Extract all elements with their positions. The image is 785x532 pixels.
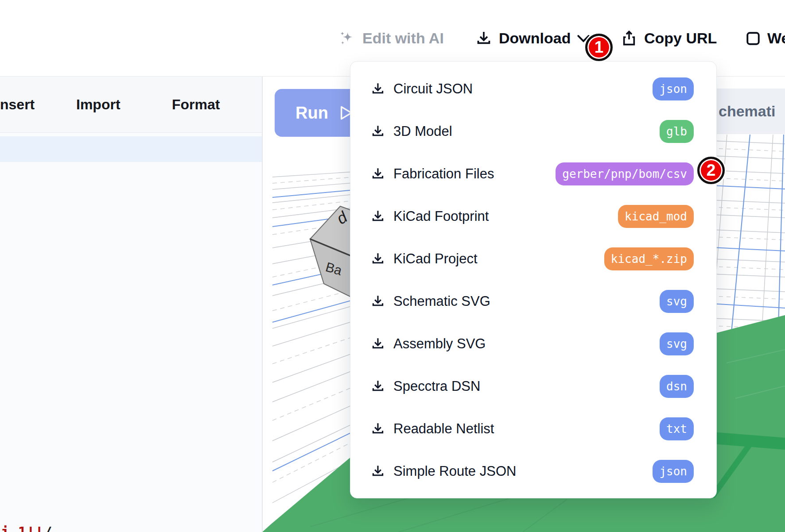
menu-item-schematic-svg[interactable]: Schematic SVG svg xyxy=(350,280,716,323)
edit-with-ai-label: Edit with AI xyxy=(362,30,444,47)
format-badge: txt xyxy=(660,417,694,440)
format-badge: svg xyxy=(660,332,694,355)
run-button-label: Run xyxy=(295,104,328,123)
download-icon xyxy=(370,81,385,96)
menu-item-label: Circuit JSON xyxy=(393,81,653,97)
menu-item-label: Readable Netlist xyxy=(393,421,660,437)
menu-item-label: Simple Route JSON xyxy=(393,463,653,479)
copy-url-label: Copy URL xyxy=(644,30,717,47)
tab-schematic[interactable]: chemati xyxy=(708,89,785,134)
download-icon xyxy=(370,379,385,394)
menu-item-label: Schematic SVG xyxy=(393,293,660,309)
editor-selected-line xyxy=(0,136,262,162)
download-icon xyxy=(370,336,385,351)
menu-item-label: KiCad Project xyxy=(393,251,604,267)
format-badge: glb xyxy=(660,120,694,143)
annotation-step-2-number: 2 xyxy=(707,161,716,180)
menu-item-label: Assembly SVG xyxy=(393,336,660,352)
menu-import[interactable]: Import xyxy=(76,77,120,133)
download-label: Download xyxy=(499,30,571,47)
code-fragment-slash: / xyxy=(43,524,52,532)
download-icon xyxy=(370,209,385,224)
menu-item-kicad-footprint[interactable]: KiCad Footprint kicad_mod xyxy=(350,195,716,238)
menu-item-readable-netlist[interactable]: Readable Netlist txt xyxy=(350,408,716,450)
download-icon xyxy=(475,30,493,47)
download-icon xyxy=(370,124,385,139)
code-fragment: i 1!!/ xyxy=(1,524,52,532)
sparkles-icon xyxy=(338,29,356,48)
menu-format[interactable]: Format xyxy=(172,77,220,133)
format-badge: json xyxy=(653,77,694,100)
menu-item-fabrication-files[interactable]: Fabrication Files gerber/pnp/bom/csv xyxy=(350,153,716,195)
menu-item-3d-model[interactable]: 3D Model glb xyxy=(350,110,716,153)
share-icon xyxy=(620,29,638,48)
menu-item-assembly-svg[interactable]: Assembly SVG svg xyxy=(350,323,716,365)
menu-item-simple-route-json[interactable]: Simple Route JSON json xyxy=(350,450,716,493)
format-badge: kicad_*.zip xyxy=(604,247,694,270)
editor-menubar: nsert Import Format xyxy=(0,77,262,133)
format-badge: svg xyxy=(660,290,694,313)
download-icon xyxy=(370,464,385,479)
tab-schematic-label: chemati xyxy=(708,103,776,120)
menu-insert[interactable]: nsert xyxy=(0,77,35,133)
annotation-step-1-number: 1 xyxy=(595,38,604,57)
download-icon xyxy=(370,421,385,436)
format-badge: json xyxy=(653,460,694,483)
menu-item-label: Fabrication Files xyxy=(393,166,556,182)
webview-label-partial: We xyxy=(767,30,785,47)
menu-item-label: 3D Model xyxy=(393,123,660,139)
download-icon xyxy=(370,166,385,181)
format-badge: kicad_mod xyxy=(618,205,694,228)
download-icon xyxy=(370,294,385,309)
code-editor-panel[interactable]: i 1!!/ xyxy=(0,133,262,532)
download-icon xyxy=(370,251,385,266)
format-badge: gerber/pnp/bom/csv xyxy=(556,162,694,185)
webview-toggle[interactable]: We xyxy=(745,0,785,77)
menu-item-kicad-project[interactable]: KiCad Project kicad_*.zip xyxy=(350,238,716,280)
download-dropdown-menu: Circuit JSON json 3D Model glb Fabricati… xyxy=(350,61,717,498)
format-badge: dsn xyxy=(660,375,694,398)
annotation-step-2: 2 xyxy=(697,157,725,184)
annotation-step-1: 1 xyxy=(585,34,613,61)
menu-item-circuit-json[interactable]: Circuit JSON json xyxy=(350,68,716,110)
menu-item-label: Specctra DSN xyxy=(393,378,660,394)
menu-item-specctra-dsn[interactable]: Specctra DSN dsn xyxy=(350,365,716,408)
checkbox-icon[interactable] xyxy=(745,31,761,46)
code-fragment-red: i 1!! xyxy=(1,524,43,532)
panel-divider[interactable] xyxy=(262,77,263,532)
menu-item-label: KiCad Footprint xyxy=(393,208,618,224)
